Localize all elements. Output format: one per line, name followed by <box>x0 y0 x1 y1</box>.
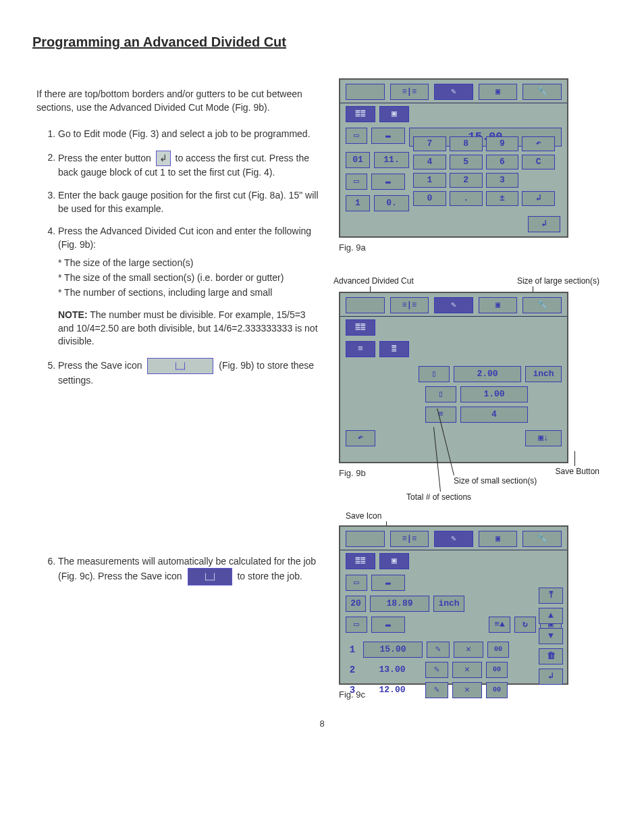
save-job-icon <box>188 568 232 585</box>
row3-air-icon[interactable]: ✕ <box>452 682 482 698</box>
step-5a: Press the Save icon <box>58 360 142 371</box>
tab-edit[interactable]: ✎ <box>434 84 473 100</box>
large-section-value[interactable]: 2.00 <box>454 366 521 382</box>
tab-clamp-c[interactable]: ▣ <box>479 531 518 547</box>
key-1[interactable]: 1 <box>413 173 446 188</box>
numeric-keypad: 7 8 9 ↶ 4 5 6 C 1 2 3 0 . ± ↲ <box>413 136 555 206</box>
step-4-intro: Press the Advanced Divided Cut icon and … <box>58 226 311 250</box>
row2-val: 13.00 <box>363 662 421 677</box>
advanced-divided-cut-icon[interactable]: ≣ <box>379 341 409 357</box>
key-4[interactable]: 4 <box>413 155 446 170</box>
step-4: Press the Advanced Divided Cut icon and … <box>58 225 323 348</box>
row3-edit-icon[interactable]: ✎ <box>425 682 448 698</box>
save-job-button[interactable]: ▣ <box>379 553 409 569</box>
key-8[interactable]: 8 <box>450 136 483 151</box>
key-5[interactable]: 5 <box>450 155 483 170</box>
tab-blank-1c[interactable] <box>346 531 385 547</box>
key-plusminus[interactable]: ± <box>486 191 519 206</box>
key-undo[interactable]: ↶ <box>522 136 555 151</box>
save-icon <box>147 358 213 374</box>
label-total: Total # of sections <box>406 492 471 503</box>
cut-row-3[interactable]: 3 12.00 ✎ ✕ 00 <box>340 680 567 700</box>
label-saveicon: Save Icon <box>346 511 381 522</box>
sections-count-value[interactable]: 4 <box>460 407 528 423</box>
delete-button[interactable]: 🗑 <box>539 648 563 664</box>
tab-adjust[interactable]: ≡|≡ <box>390 84 429 100</box>
cut-row-1[interactable]: 1 15.00 ✎ ✕ 00 <box>340 640 567 660</box>
row1-edit-icon[interactable]: ✎ <box>427 642 450 658</box>
intro-paragraph: If there are top/bottom borders and/or g… <box>32 88 323 114</box>
tab-blank-1b[interactable] <box>346 297 385 313</box>
job-chip-icon: ▭ <box>346 128 367 144</box>
step-6b: to store the job. <box>237 571 302 581</box>
mode-icon-c[interactable]: ≣≣ <box>346 553 375 569</box>
row1-air-icon[interactable]: ✕ <box>454 642 483 658</box>
step-2: Press the enter button ↲ to access the f… <box>58 151 323 180</box>
tab-adjust-b[interactable]: ≡|≡ <box>390 297 429 313</box>
step4-bullet-3: * The number of sections, including larg… <box>58 286 323 300</box>
save-settings-button[interactable]: ▣↓ <box>525 430 562 446</box>
key-6[interactable]: 6 <box>486 155 519 170</box>
unit-label: inch <box>525 366 562 382</box>
page-number: 8 <box>32 718 612 730</box>
key-0[interactable]: 0 <box>413 191 446 206</box>
large-section-icon: ▯ <box>419 366 450 382</box>
tab-clamp[interactable]: ▣ <box>479 84 518 100</box>
row3-tag: 00 <box>486 682 508 698</box>
tab-tool[interactable]: 🔧 <box>522 84 562 100</box>
page-title: Programming an Advanced Divided Cut <box>32 32 612 51</box>
key-7[interactable]: 7 <box>413 136 446 151</box>
small-section-value[interactable]: 1.00 <box>460 386 528 402</box>
hdr-chip-icon: ▭ <box>346 575 367 591</box>
return-button[interactable]: ↲ <box>528 216 560 232</box>
note-lead: NOTE: <box>58 309 88 320</box>
key-enter[interactable]: ↲ <box>522 191 555 206</box>
step-2a: Press the enter button <box>58 152 151 163</box>
label-large: Size of large section(s) <box>517 276 599 287</box>
figure-9b-screen: ≡|≡ ✎ ▣ 🔧 ≣≣ ≡ ≣ ▯ 2.00 inch <box>339 292 568 463</box>
cut-number[interactable]: 1 <box>346 195 370 211</box>
job-number[interactable]: 01 <box>346 152 370 168</box>
sections-count-icon: ≡ <box>425 407 456 423</box>
label-small: Size of small section(s) <box>454 475 537 487</box>
step-6: The measurements will automatically be c… <box>58 555 323 586</box>
tab-clamp-b[interactable]: ▣ <box>479 297 518 313</box>
scroll-down-button[interactable]: ▼ <box>539 628 563 644</box>
tab-edit-b[interactable]: ✎ <box>434 297 473 313</box>
header-count: 20 <box>346 596 366 612</box>
step4-bullet-1: * The size of the large section(s) <box>58 257 323 270</box>
opt-icon-2[interactable]: ↻ <box>514 617 536 633</box>
figures-column: ≡|≡ ✎ ▣ 🔧 ≣≣ ▣ ▭ ▬ 15.00 01 11. ▭ ▬ <box>339 78 595 702</box>
key-clear[interactable]: C <box>522 155 555 170</box>
job-bar-icon: ▬ <box>371 128 405 144</box>
row1-tag: 00 <box>487 642 509 658</box>
row1-val: 15.00 <box>363 642 423 658</box>
mode-icon[interactable]: ≣≣ <box>346 106 375 122</box>
tab-adjust-c[interactable]: ≡|≡ <box>390 531 429 547</box>
tab-tool-b[interactable]: 🔧 <box>522 297 562 313</box>
save-job-tab[interactable]: ▣ <box>379 106 409 122</box>
mode-icon-b[interactable]: ≣≣ <box>346 319 375 336</box>
fig-9a-caption: Fig. 9a <box>339 242 595 254</box>
step-3: Enter the back gauge position for the fi… <box>58 189 323 215</box>
tab-blank-1[interactable] <box>346 84 385 100</box>
opt-icon-1[interactable]: ≡▲ <box>489 617 510 633</box>
cut-row-2[interactable]: 2 13.00 ✎ ✕ 00 <box>340 660 567 680</box>
fig-9b-caption: Fig. 9b <box>339 467 366 479</box>
header-value: 18.89 <box>370 596 429 612</box>
list-bar-icon: ▬ <box>371 617 405 633</box>
back-button[interactable]: ↶ <box>346 430 375 446</box>
tab-tool-c[interactable]: 🔧 <box>522 531 562 547</box>
key-3[interactable]: 3 <box>486 173 519 188</box>
enter-button[interactable]: ↲ <box>539 669 563 685</box>
row2-air-icon[interactable]: ✕ <box>452 662 482 678</box>
key-9[interactable]: 9 <box>486 136 519 151</box>
tab-edit-c[interactable]: ✎ <box>434 531 473 547</box>
row2-edit-icon[interactable]: ✎ <box>425 662 448 678</box>
scroll-top-button[interactable]: ⤒ <box>539 588 563 604</box>
key-dot[interactable]: . <box>450 191 483 206</box>
key-2[interactable]: 2 <box>450 173 483 188</box>
scroll-up-button[interactable]: ▲ <box>539 608 563 624</box>
label-adc: Advanced Divided Cut <box>333 276 414 287</box>
divided-cut-icon[interactable]: ≡ <box>346 341 375 357</box>
